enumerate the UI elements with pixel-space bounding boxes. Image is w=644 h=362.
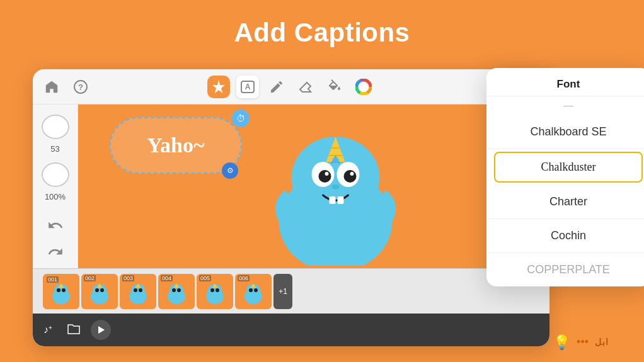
filmstrip: 001 002	[33, 268, 549, 314]
monster-illustration	[263, 108, 408, 268]
svg-point-46	[210, 288, 214, 292]
frame-label-005: 005	[199, 275, 211, 281]
bucket-icon[interactable]	[323, 76, 346, 98]
film-frame-003[interactable]: 003	[120, 274, 156, 309]
opacity-control[interactable]	[42, 162, 69, 187]
frame-label-006: 006	[238, 275, 250, 281]
home-icon[interactable]	[40, 76, 63, 98]
svg-rect-20	[338, 196, 344, 204]
undo-button[interactable]	[44, 214, 67, 237]
text-icon[interactable]: A	[236, 76, 259, 98]
font-item-copperplate[interactable]: COPPERPLATE	[486, 253, 644, 286]
svg-marker-55	[98, 326, 105, 334]
font-item-cochin[interactable]: Cochin	[486, 219, 644, 253]
svg-point-17	[350, 172, 354, 176]
caption-text[interactable]: Yaho~	[147, 133, 204, 157]
redo-button[interactable]	[44, 240, 67, 263]
play-button[interactable]	[91, 320, 111, 340]
color-wheel-icon[interactable]	[352, 76, 375, 98]
page-title: Add Captions	[0, 0, 644, 48]
bubble-corner-icon[interactable]: ⚙	[222, 162, 238, 179]
bottom-right-area: 💡 ••• ابل	[553, 334, 633, 351]
svg-text:ابل: ابل	[595, 337, 609, 347]
svg-rect-19	[330, 196, 336, 204]
app-container: ? A	[33, 69, 549, 346]
canvas-area[interactable]: Yaho~ ⏱ ⚙	[78, 105, 549, 268]
bubble-timer-handle[interactable]: ⏱	[232, 110, 250, 127]
opacity-label: 100%	[45, 192, 66, 201]
svg-point-32	[100, 288, 104, 292]
font-panel: Font — Chalkboard SE Chalkduster Charter…	[486, 68, 644, 286]
toolbar: ? A	[33, 69, 549, 105]
film-frame-005[interactable]: 005	[197, 274, 233, 309]
svg-point-41	[172, 288, 176, 292]
svg-point-36	[134, 288, 137, 292]
frame-label-002: 002	[84, 275, 96, 281]
film-frame-006[interactable]: 006	[235, 274, 272, 309]
undo-redo-group	[44, 214, 67, 263]
brand-logo: ابل	[595, 334, 633, 351]
content-area: 53 100% Yaho~ ⏱	[33, 105, 549, 268]
svg-point-51	[249, 288, 253, 292]
film-frame-004[interactable]: 004	[158, 274, 195, 309]
brush-size-control[interactable]	[42, 115, 69, 139]
bottom-bar: ♪ +	[33, 314, 549, 346]
svg-point-26	[57, 288, 60, 292]
svg-point-22	[332, 157, 340, 164]
svg-point-14	[319, 170, 331, 183]
music-icon[interactable]: ♪ +	[43, 322, 57, 339]
svg-text:A: A	[245, 82, 251, 91]
toolbar-left: ?	[40, 76, 92, 98]
add-frame-label: +1	[279, 287, 287, 296]
svg-point-27	[62, 288, 66, 292]
folder-icon[interactable]	[67, 322, 81, 339]
pen-icon[interactable]	[265, 76, 288, 98]
frame-label-001: 001	[47, 276, 59, 283]
svg-marker-2	[212, 80, 225, 93]
svg-point-52	[254, 288, 258, 292]
svg-point-31	[95, 288, 99, 292]
frame-label-003: 003	[122, 275, 134, 281]
help-icon[interactable]: ?	[69, 76, 92, 98]
font-item-chalkduster[interactable]: Chalkduster	[494, 152, 643, 183]
svg-point-42	[177, 288, 181, 292]
svg-text:+: +	[49, 324, 52, 331]
speech-bubble[interactable]: Yaho~ ⏱ ⚙	[110, 117, 242, 174]
film-frames: 001 002	[43, 274, 292, 309]
frame-label-004: 004	[161, 275, 173, 281]
font-item-charter[interactable]: Charter	[486, 185, 644, 219]
svg-text:?: ?	[78, 82, 83, 92]
svg-point-47	[216, 288, 219, 292]
font-panel-title: Font	[486, 68, 644, 96]
brush-size-label: 53	[50, 144, 59, 154]
add-frame-button[interactable]: +1	[273, 274, 292, 309]
film-frame-002[interactable]: 002	[81, 274, 118, 309]
lightbulb-icon[interactable]: 💡	[553, 334, 570, 351]
font-item-chalkboard-se[interactable]: Chalkboard SE	[486, 115, 644, 149]
toolbar-center: A	[207, 76, 375, 98]
wand-icon[interactable]	[207, 76, 230, 98]
more-icon[interactable]: •••	[577, 336, 589, 349]
film-frame-001[interactable]: 001	[43, 274, 79, 309]
svg-point-16	[325, 172, 329, 176]
svg-point-18	[332, 184, 340, 189]
eraser-icon[interactable]	[294, 76, 317, 98]
left-sidebar: 53 100%	[33, 105, 78, 268]
svg-point-6	[360, 83, 367, 91]
svg-point-15	[344, 170, 357, 183]
svg-point-37	[139, 288, 142, 292]
svg-text:♪: ♪	[43, 324, 49, 335]
monster-svg	[263, 108, 408, 266]
font-item-dash: —	[486, 96, 644, 115]
